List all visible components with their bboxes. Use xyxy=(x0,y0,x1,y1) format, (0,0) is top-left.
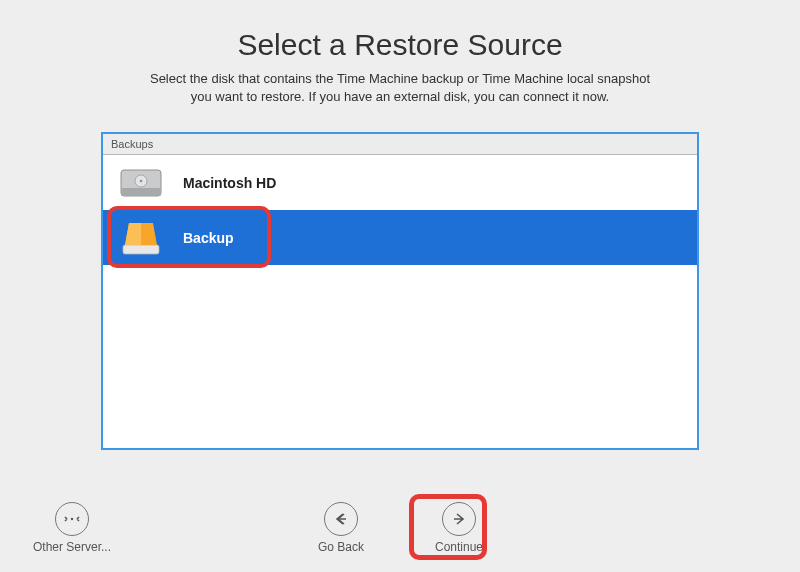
continue-button[interactable]: Continue xyxy=(415,502,503,554)
list-header: Backups xyxy=(103,134,697,155)
go-back-button[interactable]: Go Back xyxy=(297,502,385,554)
list-item-macintosh-hd[interactable]: Macintosh HD xyxy=(103,155,697,210)
list-body: Macintosh HD Backup xyxy=(103,155,697,448)
svg-point-3 xyxy=(140,180,143,183)
external-disk-icon xyxy=(117,219,165,257)
arrow-left-icon xyxy=(324,502,358,536)
page-title: Select a Restore Source xyxy=(0,28,800,62)
list-item-label: Backup xyxy=(183,230,234,246)
network-icon xyxy=(55,502,89,536)
svg-rect-1 xyxy=(121,188,161,196)
footer-toolbar: Other Server... Go Back Continue xyxy=(0,502,800,554)
continue-label: Continue xyxy=(435,540,483,554)
go-back-label: Go Back xyxy=(318,540,364,554)
arrow-right-icon xyxy=(442,502,476,536)
internal-disk-icon xyxy=(117,164,165,202)
subtitle-line-1: Select the disk that contains the Time M… xyxy=(150,71,650,86)
list-item-label: Macintosh HD xyxy=(183,175,276,191)
backup-list-panel: Backups Macintosh HD Backup xyxy=(101,132,699,450)
other-server-button[interactable]: Other Server... xyxy=(28,502,116,554)
list-item-backup[interactable]: Backup xyxy=(103,210,697,265)
subtitle-line-2: you want to restore. If you have an exte… xyxy=(191,89,609,104)
other-server-label: Other Server... xyxy=(33,540,111,554)
page-subtitle: Select the disk that contains the Time M… xyxy=(0,70,800,106)
svg-point-5 xyxy=(71,518,73,520)
svg-rect-4 xyxy=(123,245,159,254)
